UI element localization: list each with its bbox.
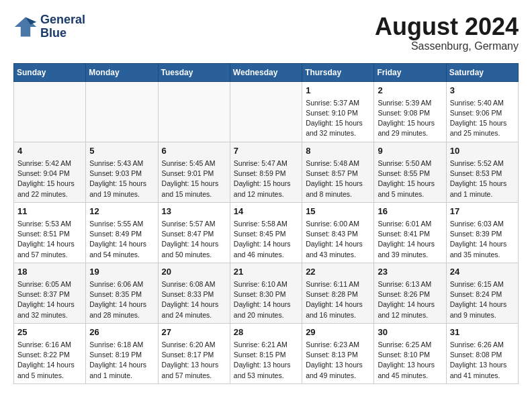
day-info: Sunrise: 5:45 AMSunset: 9:01 PMDaylight:… [162, 158, 226, 199]
table-row [230, 81, 302, 142]
logo-text: General Blue [40, 13, 85, 40]
day-info: Sunrise: 5:50 AMSunset: 8:55 PMDaylight:… [378, 158, 442, 199]
table-row: 7Sunrise: 5:47 AMSunset: 8:59 PMDaylight… [230, 142, 302, 202]
day-number: 26 [89, 326, 154, 338]
table-row: 29Sunrise: 6:23 AMSunset: 8:13 PMDayligh… [302, 323, 374, 383]
day-number: 18 [17, 266, 82, 278]
day-info: Sunrise: 5:52 AMSunset: 8:53 PMDaylight:… [450, 158, 515, 199]
day-info: Sunrise: 6:18 AMSunset: 8:19 PMDaylight:… [89, 340, 154, 381]
day-number: 4 [17, 145, 82, 157]
logo-icon [13, 15, 38, 39]
day-info: Sunrise: 6:16 AMSunset: 8:22 PMDaylight:… [17, 340, 82, 381]
day-info: Sunrise: 5:40 AMSunset: 9:06 PMDaylight:… [450, 98, 515, 139]
table-row: 3Sunrise: 5:40 AMSunset: 9:06 PMDaylight… [446, 81, 518, 142]
table-row: 5Sunrise: 5:43 AMSunset: 9:03 PMDaylight… [86, 142, 158, 202]
day-info: Sunrise: 5:39 AMSunset: 9:08 PMDaylight:… [378, 98, 442, 139]
table-row: 28Sunrise: 6:21 AMSunset: 8:15 PMDayligh… [230, 323, 302, 383]
day-info: Sunrise: 5:53 AMSunset: 8:51 PMDaylight:… [17, 219, 82, 260]
location: Sassenburg, Germany [375, 40, 519, 52]
day-number: 24 [450, 266, 515, 278]
day-number: 16 [378, 205, 442, 218]
table-row: 8Sunrise: 5:48 AMSunset: 8:57 PMDaylight… [302, 142, 374, 202]
table-row: 12Sunrise: 5:55 AMSunset: 8:49 PMDayligh… [86, 202, 158, 263]
day-number: 15 [306, 205, 370, 218]
day-number: 29 [306, 326, 370, 338]
day-info: Sunrise: 5:55 AMSunset: 8:49 PMDaylight:… [89, 219, 154, 260]
header-tuesday: Tuesday [158, 63, 230, 81]
header-wednesday: Wednesday [230, 63, 302, 81]
calendar-week-2: 4Sunrise: 5:42 AMSunset: 9:04 PMDaylight… [14, 142, 519, 202]
header-saturday: Saturday [446, 63, 518, 81]
svg-marker-0 [15, 17, 36, 36]
table-row: 15Sunrise: 6:00 AMSunset: 8:43 PMDayligh… [302, 202, 374, 263]
table-row: 23Sunrise: 6:13 AMSunset: 8:26 PMDayligh… [374, 263, 446, 323]
calendar-body: 1Sunrise: 5:37 AMSunset: 9:10 PMDaylight… [14, 81, 519, 383]
day-number: 12 [89, 205, 154, 218]
day-info: Sunrise: 6:06 AMSunset: 8:35 PMDaylight:… [89, 279, 154, 320]
logo: General Blue [13, 13, 85, 40]
table-row [14, 81, 86, 142]
day-number: 14 [234, 205, 298, 218]
table-row: 21Sunrise: 6:10 AMSunset: 8:30 PMDayligh… [230, 263, 302, 323]
table-row: 10Sunrise: 5:52 AMSunset: 8:53 PMDayligh… [446, 142, 518, 202]
table-row: 17Sunrise: 6:03 AMSunset: 8:39 PMDayligh… [446, 202, 518, 263]
day-info: Sunrise: 5:42 AMSunset: 9:04 PMDaylight:… [17, 158, 82, 199]
day-info: Sunrise: 6:25 AMSunset: 8:10 PMDaylight:… [378, 340, 442, 381]
day-info: Sunrise: 5:37 AMSunset: 9:10 PMDaylight:… [306, 98, 370, 139]
day-info: Sunrise: 6:08 AMSunset: 8:33 PMDaylight:… [162, 279, 226, 320]
day-info: Sunrise: 5:57 AMSunset: 8:47 PMDaylight:… [162, 219, 226, 260]
day-number: 25 [17, 326, 82, 338]
day-number: 1 [306, 85, 370, 97]
day-number: 2 [378, 85, 442, 97]
calendar-header: Sunday Monday Tuesday Wednesday Thursday… [14, 63, 519, 81]
day-number: 17 [450, 205, 515, 218]
day-number: 13 [162, 205, 226, 218]
header-thursday: Thursday [302, 63, 374, 81]
table-row: 20Sunrise: 6:08 AMSunset: 8:33 PMDayligh… [158, 263, 230, 323]
day-number: 28 [234, 326, 298, 338]
day-info: Sunrise: 6:23 AMSunset: 8:13 PMDaylight:… [306, 340, 370, 381]
day-info: Sunrise: 6:26 AMSunset: 8:08 PMDaylight:… [450, 340, 515, 381]
day-info: Sunrise: 6:13 AMSunset: 8:26 PMDaylight:… [378, 279, 442, 320]
day-number: 22 [306, 266, 370, 278]
table-row: 2Sunrise: 5:39 AMSunset: 9:08 PMDaylight… [374, 81, 446, 142]
day-number: 30 [378, 326, 442, 338]
calendar-week-3: 11Sunrise: 5:53 AMSunset: 8:51 PMDayligh… [14, 202, 519, 263]
day-info: Sunrise: 6:00 AMSunset: 8:43 PMDaylight:… [306, 219, 370, 260]
table-row: 22Sunrise: 6:11 AMSunset: 8:28 PMDayligh… [302, 263, 374, 323]
day-info: Sunrise: 6:03 AMSunset: 8:39 PMDaylight:… [450, 219, 515, 260]
table-row: 18Sunrise: 6:05 AMSunset: 8:37 PMDayligh… [14, 263, 86, 323]
day-number: 8 [306, 145, 370, 157]
table-row: 24Sunrise: 6:15 AMSunset: 8:24 PMDayligh… [446, 263, 518, 323]
day-number: 21 [234, 266, 298, 278]
table-row: 27Sunrise: 6:20 AMSunset: 8:17 PMDayligh… [158, 323, 230, 383]
day-info: Sunrise: 6:21 AMSunset: 8:15 PMDaylight:… [234, 340, 298, 381]
day-number: 23 [378, 266, 442, 278]
table-row: 4Sunrise: 5:42 AMSunset: 9:04 PMDaylight… [14, 142, 86, 202]
day-info: Sunrise: 5:43 AMSunset: 9:03 PMDaylight:… [89, 158, 154, 199]
table-row: 25Sunrise: 6:16 AMSunset: 8:22 PMDayligh… [14, 323, 86, 383]
table-row: 13Sunrise: 5:57 AMSunset: 8:47 PMDayligh… [158, 202, 230, 263]
month-year: August 2024 [375, 13, 519, 40]
day-number: 5 [89, 145, 154, 157]
day-number: 19 [89, 266, 154, 278]
table-row: 16Sunrise: 6:01 AMSunset: 8:41 PMDayligh… [374, 202, 446, 263]
day-number: 7 [234, 145, 298, 157]
day-number: 11 [17, 205, 82, 218]
header-monday: Monday [86, 63, 158, 81]
day-info: Sunrise: 6:20 AMSunset: 8:17 PMDaylight:… [162, 340, 226, 381]
table-row: 19Sunrise: 6:06 AMSunset: 8:35 PMDayligh… [86, 263, 158, 323]
day-info: Sunrise: 6:11 AMSunset: 8:28 PMDaylight:… [306, 279, 370, 320]
day-number: 10 [450, 145, 515, 157]
day-number: 6 [162, 145, 226, 157]
table-row [86, 81, 158, 142]
day-number: 27 [162, 326, 226, 338]
table-row: 6Sunrise: 5:45 AMSunset: 9:01 PMDaylight… [158, 142, 230, 202]
day-info: Sunrise: 6:15 AMSunset: 8:24 PMDaylight:… [450, 279, 515, 320]
page-header: General Blue August 2024 Sassenburg, Ger… [13, 13, 519, 52]
calendar-table: Sunday Monday Tuesday Wednesday Thursday… [13, 63, 519, 384]
table-row: 1Sunrise: 5:37 AMSunset: 9:10 PMDaylight… [302, 81, 374, 142]
day-number: 20 [162, 266, 226, 278]
calendar-week-1: 1Sunrise: 5:37 AMSunset: 9:10 PMDaylight… [14, 81, 519, 142]
day-info: Sunrise: 5:47 AMSunset: 8:59 PMDaylight:… [234, 158, 298, 199]
